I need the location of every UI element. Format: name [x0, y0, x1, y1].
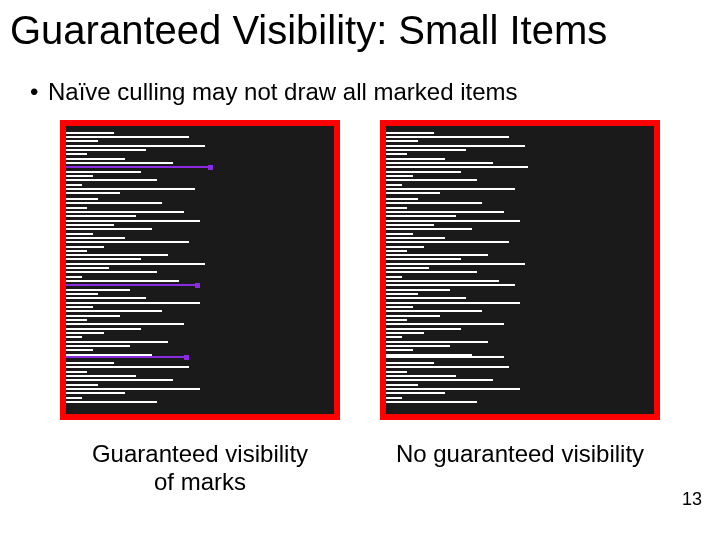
caption-line: Guaranteed visibility	[92, 440, 308, 467]
item-bar	[66, 237, 125, 239]
item-bar	[66, 145, 205, 147]
item-bar	[386, 302, 520, 304]
item-bar	[66, 224, 114, 226]
item-bar	[386, 336, 402, 338]
item-bar	[66, 397, 82, 399]
item-bar	[386, 271, 477, 273]
item-bar	[386, 175, 413, 177]
item-bar	[66, 136, 189, 138]
caption-line: No guaranteed visibility	[396, 440, 644, 467]
item-bar	[386, 258, 461, 260]
item-bar	[386, 388, 520, 390]
caption-line: of marks	[154, 468, 246, 495]
item-bar	[386, 319, 407, 321]
item-bar	[66, 371, 87, 373]
item-bar	[66, 401, 157, 403]
item-bar	[66, 153, 87, 155]
item-bar	[66, 392, 125, 394]
item-bar	[386, 375, 456, 377]
item-bar	[66, 192, 120, 194]
mark-tick	[184, 355, 189, 360]
item-bar	[66, 188, 195, 190]
item-bar	[66, 162, 173, 164]
item-bar	[386, 184, 402, 186]
bullet-item: • Naïve culling may not draw all marked …	[30, 78, 518, 106]
item-bar	[66, 132, 114, 134]
item-bar	[66, 184, 82, 186]
item-bar	[66, 198, 98, 200]
item-bar	[386, 289, 450, 291]
item-bar	[386, 171, 461, 173]
bullet-text: Naïve culling may not draw all marked it…	[48, 78, 518, 106]
item-bar	[66, 241, 189, 243]
item-bar	[386, 145, 525, 147]
item-bar	[386, 293, 418, 295]
mark-tick	[208, 165, 213, 170]
item-bar	[386, 198, 418, 200]
item-bar	[66, 328, 141, 330]
item-bar	[66, 220, 200, 222]
item-bar	[66, 384, 98, 386]
item-bar	[386, 140, 418, 142]
mark-tick	[195, 283, 200, 288]
item-bar	[66, 366, 189, 368]
item-bar	[386, 297, 466, 299]
slide: Guaranteed Visibility: Small Items • Naï…	[0, 0, 720, 540]
figure-guaranteed	[60, 120, 340, 420]
item-bar	[386, 166, 528, 168]
item-bar	[386, 306, 413, 308]
item-bar	[386, 371, 407, 373]
item-bar	[66, 263, 205, 265]
item-bar	[386, 220, 520, 222]
item-bar	[386, 149, 466, 151]
item-bar	[386, 250, 407, 252]
item-bar	[386, 345, 450, 347]
item-bar	[386, 179, 477, 181]
item-bar	[66, 171, 141, 173]
item-bar	[386, 328, 461, 330]
page-number: 13	[682, 489, 702, 510]
item-bar	[66, 332, 104, 334]
item-bar	[386, 136, 509, 138]
item-bar	[386, 202, 482, 204]
item-bar	[66, 375, 136, 377]
item-bar	[66, 319, 87, 321]
item-bar	[66, 388, 200, 390]
mark-bar	[66, 284, 195, 286]
item-bar	[386, 315, 440, 317]
item-bar	[386, 384, 418, 386]
item-bar	[386, 284, 515, 286]
item-bar	[386, 254, 488, 256]
item-bar	[66, 345, 130, 347]
mark-bar	[66, 356, 184, 358]
item-bar	[66, 336, 82, 338]
item-bar	[386, 241, 509, 243]
item-bar	[386, 188, 515, 190]
item-bar	[386, 215, 456, 217]
figure-no-guaranteed	[380, 120, 660, 420]
item-bar	[66, 271, 157, 273]
item-bar	[386, 356, 504, 358]
item-bar	[66, 228, 152, 230]
item-bar	[66, 158, 125, 160]
item-bar	[386, 267, 429, 269]
item-bar	[66, 289, 130, 291]
item-bar	[386, 228, 472, 230]
item-bar	[66, 215, 136, 217]
item-bar	[386, 280, 499, 282]
bullet-marker: •	[30, 78, 48, 106]
figures-row	[60, 120, 660, 420]
item-bar	[386, 310, 482, 312]
caption-left: Guaranteed visibility of marks	[60, 440, 340, 496]
item-bar	[386, 401, 477, 403]
item-bar	[66, 250, 87, 252]
item-bar	[66, 297, 146, 299]
item-bar	[386, 263, 525, 265]
item-bar	[66, 293, 98, 295]
item-bar	[66, 207, 87, 209]
item-bar	[66, 140, 98, 142]
item-bar	[386, 233, 413, 235]
item-bar	[66, 310, 162, 312]
item-bar	[386, 158, 445, 160]
item-bar	[386, 332, 424, 334]
